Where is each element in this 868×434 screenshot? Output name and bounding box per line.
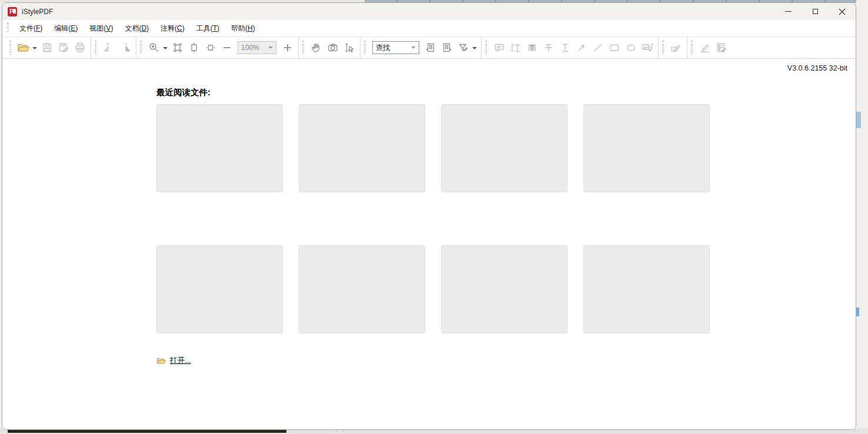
highlight-text-icon (526, 42, 538, 54)
save-button[interactable] (39, 40, 55, 56)
arrow-annotation-button[interactable] (573, 40, 589, 56)
close-button[interactable] (829, 3, 856, 20)
toolbar-group-file (6, 37, 91, 58)
menu-file[interactable]: 文件(F) (14, 21, 48, 36)
app-window: P iStylePDF 文件(F) 编辑(E) 视图(V) 文档(D) 注释(C… (2, 2, 856, 430)
recent-files-heading: 最近阅读文件: (156, 87, 211, 98)
rotate-right-button[interactable] (117, 40, 133, 56)
find-combobox[interactable]: 查找 (372, 41, 419, 54)
zoom-in-icon (282, 42, 293, 53)
zoom-in-button[interactable] (279, 40, 295, 56)
toolbar-grip[interactable] (95, 41, 96, 55)
rectangle-icon (609, 42, 620, 54)
minimize-icon (785, 11, 792, 12)
note-comment-icon (493, 42, 505, 54)
menu-comment[interactable]: 注释(C) (155, 21, 191, 36)
line-annotation-button[interactable] (590, 40, 606, 56)
rectangle-annotation-button[interactable] (606, 40, 622, 56)
pen-edit-button[interactable] (697, 40, 713, 56)
fit-width-button[interactable] (202, 40, 218, 56)
zoom-magnifier-icon (148, 42, 160, 54)
note-comment-button[interactable] (491, 40, 507, 56)
camera-icon (327, 42, 339, 54)
underline-text-icon (559, 42, 571, 54)
previous-result-icon (425, 42, 436, 54)
desktop-right-sliver (856, 0, 868, 434)
save-as-button[interactable] (55, 40, 71, 56)
form-checklist-icon (715, 42, 728, 54)
save-as-icon (58, 42, 69, 54)
menubar-grip[interactable] (7, 23, 9, 34)
fit-height-icon (188, 42, 200, 54)
fit-height-button[interactable] (186, 40, 202, 56)
content-area: V3.0.6.2155 32-bit 最近阅读文件: 打开... (2, 59, 856, 429)
toolbar-group-edit (687, 37, 732, 58)
zoom-tool-button[interactable] (146, 40, 162, 56)
signature-button[interactable] (668, 40, 684, 56)
toolbar-group-annotate (482, 37, 658, 58)
recent-file-slot (583, 104, 710, 192)
fit-page-button[interactable] (169, 40, 185, 56)
open-file-dropdown[interactable] (32, 47, 37, 52)
toolbar-grip[interactable] (364, 41, 366, 55)
toolbar-grip[interactable] (662, 41, 664, 55)
toolbar-group-signature (659, 37, 687, 58)
open-folder-icon (156, 356, 166, 365)
window-title: iStylePDF (22, 8, 53, 16)
toolbar-grip[interactable] (9, 41, 11, 55)
filter-dropdown[interactable] (472, 47, 477, 52)
toolbar-grip[interactable] (302, 41, 304, 55)
filter-results-button[interactable] (455, 40, 471, 56)
ellipse-annotation-button[interactable] (623, 40, 639, 56)
insert-text-button[interactable] (508, 40, 523, 56)
open-file-button[interactable] (15, 40, 31, 56)
recent-file-slot (299, 104, 425, 192)
select-text-button[interactable] (341, 40, 357, 56)
recent-files-grid (156, 104, 710, 333)
find-next-button[interactable] (439, 40, 455, 56)
open-file-link[interactable]: 打开... (170, 356, 191, 366)
strikeout-text-button[interactable] (540, 40, 556, 56)
menu-tools[interactable]: 工具(T) (191, 21, 225, 36)
underline-text-button[interactable] (557, 40, 573, 56)
menu-document[interactable]: 文档(D) (119, 21, 155, 36)
version-label: V3.0.6.2155 32-bit (787, 64, 847, 72)
menu-view[interactable]: 视图(V) (84, 21, 119, 36)
zoom-tool-dropdown[interactable] (163, 47, 168, 52)
print-button[interactable] (72, 40, 88, 56)
window-controls (774, 3, 856, 20)
zoom-out-icon (222, 42, 232, 53)
find-previous-button[interactable] (422, 40, 438, 56)
zoom-out-button[interactable] (219, 40, 235, 56)
zoom-level-combobox[interactable]: 100% (238, 41, 276, 54)
signature-icon (670, 42, 683, 54)
rotate-left-button[interactable] (101, 40, 116, 56)
image-stamp-icon (641, 42, 654, 54)
maximize-icon (813, 9, 818, 14)
titlebar: P iStylePDF (2, 3, 856, 20)
image-annotation-button[interactable] (639, 40, 655, 56)
menu-edit[interactable]: 编辑(E) (48, 21, 84, 36)
form-check-button[interactable] (713, 40, 729, 56)
filter-icon (458, 42, 469, 54)
recent-file-slot (156, 245, 283, 333)
recent-file-slot (441, 245, 567, 333)
next-result-icon (441, 42, 453, 54)
toolbar: 100% (2, 36, 856, 59)
toolbar-grip[interactable] (140, 41, 142, 55)
menu-help[interactable]: 帮助(H) (225, 21, 261, 36)
toolbar-group-tools (299, 37, 360, 58)
strikeout-text-icon (543, 42, 555, 54)
app-icon: P (8, 7, 17, 16)
arrow-icon (576, 42, 587, 54)
print-icon (74, 42, 86, 54)
snapshot-button[interactable] (325, 40, 340, 56)
highlight-text-button[interactable] (524, 40, 540, 56)
insert-text-icon (509, 42, 522, 54)
toolbar-grip[interactable] (485, 41, 487, 55)
toolbar-grip[interactable] (691, 41, 693, 55)
hand-tool-button[interactable] (308, 40, 324, 56)
maximize-button[interactable] (802, 3, 829, 20)
minimize-button[interactable] (774, 3, 802, 20)
recent-file-slot (156, 104, 283, 192)
